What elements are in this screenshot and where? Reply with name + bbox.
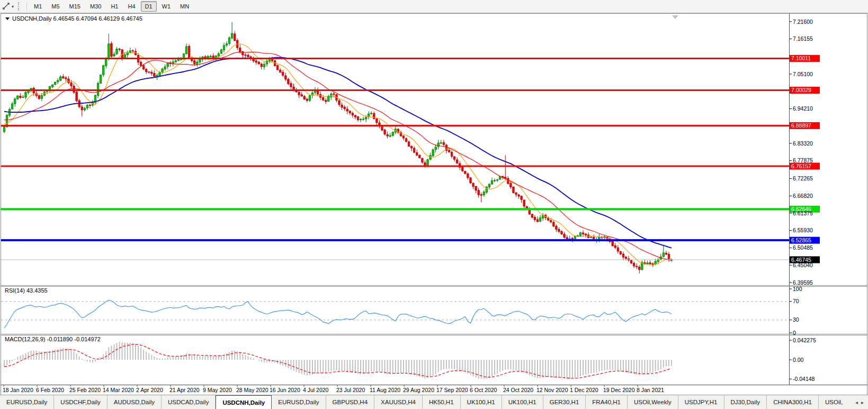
candle-body: [177, 59, 179, 61]
candle-body: [491, 180, 493, 184]
candle-body: [373, 113, 375, 119]
tab-gbpusd-h4[interactable]: GBPUSD,H4: [326, 395, 374, 409]
date-label: 14 Mar 2020: [103, 387, 134, 393]
candle-body: [496, 180, 498, 180]
tab-scroll-right-icon[interactable]: ▸: [861, 399, 864, 405]
tf-button-m1[interactable]: M1: [30, 1, 46, 12]
candle-body: [582, 233, 584, 234]
tab-hk50-h1[interactable]: HK50,H1: [423, 395, 461, 409]
candle-body: [387, 134, 388, 136]
price-tick-label: 7.16155: [793, 35, 813, 42]
candle-body: [223, 46, 225, 50]
candle-body: [25, 92, 26, 97]
tab-usdchf-daily[interactable]: USDCHF,Daily: [54, 395, 107, 409]
candle-body: [649, 263, 651, 264]
candle-body: [253, 59, 254, 61]
tf-button-h4[interactable]: H4: [123, 1, 139, 12]
tab-usoil-weekly[interactable]: USOil,Weekly: [628, 395, 678, 409]
chart-canvas[interactable]: 7.100117.000296.888976.761576.626466.528…: [0, 0, 868, 395]
candle-body: [89, 105, 91, 106]
candle-body: [132, 51, 133, 51]
candle-body: [365, 117, 366, 119]
tab-audusd-daily[interactable]: AUDUSD,Daily: [108, 395, 162, 409]
tf-button-m30[interactable]: M30: [86, 1, 105, 12]
candle-body: [405, 139, 407, 142]
candle-body: [663, 253, 664, 257]
price-tick-label: 6.77875: [793, 157, 813, 163]
tool-dropdown-caret[interactable]: ▾: [12, 4, 14, 9]
tab-eurusd-daily[interactable]: EURUSD,Daily: [272, 395, 326, 409]
candle-body: [330, 94, 332, 97]
tf-button-h1[interactable]: H1: [106, 1, 122, 12]
candle-body: [3, 126, 5, 132]
candle-body: [341, 105, 343, 107]
tab-usdcad-daily[interactable]: USDCAD,Daily: [162, 395, 216, 409]
candle-body: [462, 167, 463, 171]
candle-body: [162, 69, 163, 72]
tf-button-m15[interactable]: M15: [65, 1, 85, 12]
toolbar-grip[interactable]: [18, 2, 21, 11]
rsi-tick-label: 100: [793, 286, 802, 292]
price-tick-label: 6.66820: [793, 193, 813, 199]
price-tick-label: 6.61375: [793, 210, 813, 216]
price-tick-label: 6.94210: [793, 105, 813, 112]
candle-body: [422, 158, 423, 162]
tab-uk100-h1[interactable]: UK100,H1: [502, 395, 543, 409]
candle-body: [60, 77, 61, 80]
candle-body: [124, 54, 126, 58]
candle-body: [630, 260, 632, 263]
tab-scroll-buttons: ◂ ▸: [852, 395, 867, 409]
tab-uk100-h1[interactable]: UK100,H1: [461, 395, 502, 409]
candle-body: [470, 178, 471, 183]
candle-body: [255, 61, 257, 62]
tab-usdjpy-h1[interactable]: USDJPY,H1: [678, 395, 724, 409]
tab-scroll-left-icon[interactable]: ◂: [855, 399, 858, 405]
tab-usdcnh-daily-active[interactable]: USDCNH,Daily: [216, 395, 272, 409]
candle-body: [647, 263, 648, 264]
tab-dj30-daily[interactable]: DJ30,Daily: [724, 395, 767, 409]
candle-body: [145, 69, 147, 72]
candle-body: [499, 177, 500, 179]
macd-tick-label: 0.00: [793, 357, 804, 363]
crosshair-tool-icon[interactable]: [1, 2, 12, 11]
candle-body: [196, 62, 198, 64]
candle-body: [17, 96, 19, 99]
candle-body: [585, 234, 586, 235]
tab-eurusd-daily[interactable]: EURUSD,Daily: [0, 395, 54, 409]
candle-body: [113, 54, 115, 56]
tf-button-m5[interactable]: M5: [47, 1, 64, 12]
date-label: 24 Oct 2020: [503, 387, 533, 393]
candle-body: [86, 105, 88, 108]
price-tick-label: 6.55930: [793, 227, 813, 233]
candle-body: [579, 233, 581, 236]
tab-usoil[interactable]: USOil,: [819, 395, 848, 409]
candle-body: [285, 76, 287, 79]
tab-ger30-h1[interactable]: GER30,H1: [543, 395, 586, 409]
tf-button-w1[interactable]: W1: [158, 1, 175, 12]
tab-china300-h1[interactable]: CHINA300,H1: [767, 395, 819, 409]
candle-body: [518, 195, 520, 196]
candle-body: [234, 34, 235, 41]
candle-body: [381, 126, 383, 130]
candle-body: [553, 222, 554, 226]
candle-body: [432, 150, 434, 156]
tf-button-d1[interactable]: D1: [141, 1, 157, 12]
chart-tab-strip: EURUSD,DailyUSDCHF,DailyAUDUSD,DailyUSDC…: [0, 395, 848, 409]
candle-body: [510, 183, 512, 187]
hline-price-tag-text: 7.00029: [791, 87, 811, 93]
candle-body: [389, 135, 391, 136]
candle-body: [298, 92, 300, 95]
candle-body: [258, 62, 259, 64]
candle-body: [488, 184, 490, 187]
candle-body: [322, 98, 324, 101]
candle-body: [76, 92, 77, 101]
candle-body: [309, 96, 310, 101]
candle-body: [534, 217, 535, 220]
tf-button-mn[interactable]: MN: [176, 1, 193, 12]
price-tick-label: 6.83320: [793, 140, 813, 147]
date-label: 23 Jul 2020: [336, 387, 365, 393]
tab-xauusd-h4[interactable]: XAUUSD,H4: [374, 395, 423, 409]
tab-fra40-h1[interactable]: FRA40,H1: [586, 395, 628, 409]
candle-body: [483, 192, 485, 195]
candle-body: [376, 119, 378, 123]
